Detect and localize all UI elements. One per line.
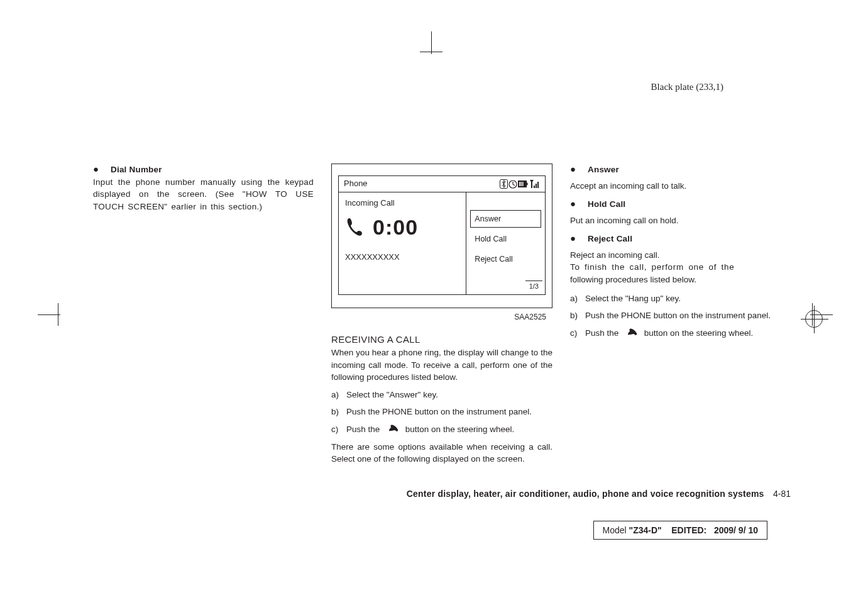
- phone-status-icons: [500, 179, 540, 189]
- bullet-reject-head: Reject Call: [588, 233, 632, 245]
- edited-label: EDITED:: [671, 525, 706, 535]
- footer-title: Center display, heater, air conditioner,…: [407, 489, 764, 499]
- registration-mark: [805, 310, 823, 328]
- svg-rect-10: [537, 182, 539, 188]
- list-item: b) Push the PHONE button on the instrume…: [331, 406, 552, 418]
- svg-rect-8: [534, 186, 535, 188]
- step-c-post: button on the steering wheel.: [405, 425, 514, 434]
- list-item: a) Select the "Answer" key.: [331, 389, 552, 401]
- edited-date: 2009/ 9/ 10: [714, 525, 758, 535]
- dial-number-paragraph: Input the phone number manually using th…: [93, 176, 314, 213]
- svg-rect-5: [522, 182, 524, 186]
- model-prefix: Model: [603, 525, 629, 535]
- finish-note-line2: following procedures listed below.: [570, 274, 791, 286]
- bullet-dot: ●: [570, 233, 588, 245]
- bullet-answer-head: Answer: [588, 164, 619, 176]
- options-intro: There are some options available when re…: [331, 441, 552, 465]
- col3-step-a: Select the "Hang up" key.: [585, 292, 791, 305]
- svg-rect-4: [521, 182, 522, 186]
- bullet-hold-body: Put an incoming call on hold.: [570, 214, 791, 227]
- bullet-title-dial: Dial Number: [111, 164, 162, 176]
- list-item: a) Select the "Hang up" key.: [570, 292, 791, 305]
- page-indicator: 1/3: [525, 281, 542, 292]
- call-timer: 0:00: [373, 212, 418, 243]
- col3-step-b: Push the PHONE button on the instrument …: [585, 309, 791, 322]
- menu-reject[interactable]: Reject Call: [470, 250, 541, 268]
- caller-id: XXXXXXXXXX: [345, 252, 459, 264]
- marker-b: b): [570, 309, 585, 322]
- step-b-text: Push the PHONE button on the instrument …: [346, 406, 552, 418]
- finish-note-line1: To finish the call, perform one of the: [570, 261, 791, 274]
- incoming-call-label: Incoming Call: [345, 197, 459, 209]
- column-2: Phone Incoming Call: [331, 164, 552, 465]
- model-code: "Z34-D": [629, 525, 662, 535]
- phone-header-label: Phone: [344, 178, 368, 190]
- menu-hold[interactable]: Hold Call: [470, 230, 541, 248]
- marker-b: b): [331, 406, 346, 418]
- cropmark-top: [425, 49, 448, 72]
- cropmark-left: [55, 308, 78, 331]
- section-intro: When you hear a phone ring, the display …: [331, 347, 552, 384]
- bullet-hold-head: Hold Call: [588, 198, 625, 211]
- bullet-dot: ●: [570, 198, 588, 211]
- phone-pickup-icon: [626, 328, 637, 337]
- col3-step-c-post: button on the steering wheel.: [644, 328, 753, 338]
- svg-rect-6: [527, 183, 528, 186]
- svg-rect-3: [519, 182, 520, 186]
- phone-ui-figure: Phone Incoming Call: [338, 175, 546, 295]
- list-item: c) Push the button on the steering wheel…: [331, 423, 552, 436]
- step-c-pre: Push the: [346, 425, 380, 434]
- marker-a: a): [570, 292, 585, 305]
- phone-pickup-icon: [387, 425, 398, 433]
- section-title: RECEIVING A CALL: [331, 333, 552, 347]
- page-content: ● Dial Number Input the phone number man…: [93, 164, 791, 465]
- bluetooth-icon: [500, 179, 508, 189]
- step-a-text: Select the "Answer" key.: [346, 389, 552, 401]
- model-edit-box: Model "Z34-D" EDITED: 2009/ 9/ 10: [593, 521, 768, 540]
- phone-header: Phone: [339, 176, 545, 192]
- marker-c: c): [331, 423, 346, 436]
- page-footer: Center display, heater, air conditioner,…: [93, 488, 791, 499]
- col3-step-c-pre: Push the: [585, 328, 618, 338]
- column-3: ● Answer Accept an incoming call to talk…: [570, 164, 791, 465]
- menu-answer[interactable]: Answer: [470, 210, 541, 228]
- marker-c: c): [570, 327, 585, 340]
- svg-rect-9: [536, 184, 537, 188]
- column-1: ● Dial Number Input the phone number man…: [93, 164, 314, 465]
- bullet-answer-body: Accept an incoming call to talk.: [570, 180, 791, 192]
- bullet-dot: ●: [570, 164, 588, 176]
- signal-icon: [529, 179, 540, 189]
- blackplate-label: Black plate (233,1): [651, 82, 723, 92]
- battery-icon: [518, 180, 528, 188]
- bullet-reject-body: Reject an incoming call.: [570, 249, 791, 262]
- list-item: c) Push the button on the steering wheel…: [570, 327, 791, 340]
- phone-handset-icon: [345, 216, 364, 238]
- list-item: b) Push the PHONE button on the instrume…: [570, 309, 791, 322]
- figure-caption: SAA2525: [331, 312, 552, 323]
- marker-a: a): [331, 389, 346, 401]
- footer-pagenum: 4-81: [773, 489, 791, 499]
- clock-icon: [508, 180, 517, 189]
- bullet-dot: ●: [93, 164, 111, 176]
- svg-rect-7: [531, 182, 532, 188]
